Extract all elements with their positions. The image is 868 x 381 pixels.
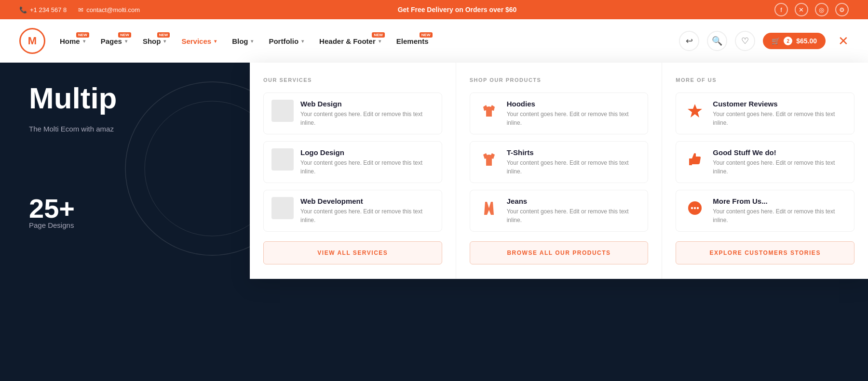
nav-elements[interactable]: NEW Elements (396, 37, 429, 45)
nav-portfolio[interactable]: Portfolio ▾ (269, 37, 304, 45)
nav-links: NEW Home ▾ NEW Pages ▾ NEW Shop ▾ Servic… (60, 37, 429, 45)
more-good-stuff[interactable]: Good Stuff We do! Your content goes here… (676, 141, 854, 183)
svg-point-6 (697, 207, 699, 209)
stat-number: 25+ (29, 193, 75, 224)
nav-home-label: Home ▾ (60, 37, 85, 45)
svg-marker-2 (688, 104, 702, 118)
logo-design-desc: Your content goes here. Edit or remove t… (300, 158, 434, 176)
nav-portfolio-label: Portfolio ▾ (269, 37, 304, 45)
settings-icon[interactable]: ⚙ (835, 3, 849, 16)
web-design-desc: Your content goes here. Edit or remove t… (300, 110, 434, 127)
nav-pages-label: Pages ▾ (101, 37, 127, 45)
col-services-heading: OUR SERVICES (263, 77, 442, 83)
web-design-icon (271, 100, 294, 122)
top-bar-left: 📞 +1 234 567 8 ✉ contact@molti.com (19, 6, 140, 13)
more-from-us-desc: Your content goes here. Edit or remove t… (713, 207, 846, 224)
hero-content: Multip The Molti Ecom with amaz 25+ Page… (29, 82, 117, 229)
hero-title: Multip (29, 82, 117, 115)
jeans-title: Jeans (507, 197, 640, 205)
web-dev-icon (271, 197, 294, 219)
facebook-icon[interactable]: f (774, 3, 788, 16)
more-customer-reviews[interactable]: Customer Reviews Your content goes here.… (676, 92, 854, 134)
product-tshirts[interactable]: T-Shirts Your content goes here. Edit or… (470, 141, 649, 183)
stat-label: Page Designs (29, 221, 75, 229)
nav-blog-label: Blog ▾ (232, 37, 253, 45)
mega-col-more: MORE OF US Customer Reviews Your content… (662, 63, 868, 279)
tshirt-icon (478, 148, 500, 171)
mega-col-services: OUR SERVICES Web Design Your content goe… (250, 63, 456, 279)
good-stuff-desc: Your content goes here. Edit or remove t… (713, 158, 846, 176)
search-button[interactable]: 🔍 (707, 31, 727, 51)
web-dev-desc: Your content goes here. Edit or remove t… (300, 207, 434, 224)
browse-all-products-button[interactable]: BROWSE ALL OUR PRODUCTS (470, 241, 649, 264)
navbar: M NEW Home ▾ NEW Pages ▾ NEW Shop ▾ Serv… (0, 19, 868, 63)
new-badge-header-footer: NEW (372, 32, 385, 38)
hoodies-desc: Your content goes here. Edit or remove t… (507, 110, 640, 127)
tshirts-desc: Your content goes here. Edit or remove t… (507, 158, 640, 176)
good-stuff-title: Good Stuff We do! (713, 148, 846, 157)
service-web-development[interactable]: Web Development Your content goes here. … (263, 190, 442, 232)
web-design-title: Web Design (300, 100, 434, 108)
product-jeans[interactable]: Jeans Your content goes here. Edit or re… (470, 190, 649, 232)
more-from-us[interactable]: More From Us... Your content goes here. … (676, 190, 854, 232)
nav-header-footer-label: Header & Footer ▾ (319, 37, 381, 45)
wishlist-button[interactable]: ♡ (735, 31, 755, 51)
jeans-icon (478, 197, 500, 219)
email-icon: ✉ (78, 6, 83, 13)
cart-icon: 🛒 (772, 37, 780, 45)
phone-contact[interactable]: 📞 +1 234 567 8 (19, 6, 67, 13)
nav-shop-label: Shop ▾ (143, 37, 166, 45)
close-button[interactable]: ✕ (838, 34, 849, 49)
hoodie-icon (478, 100, 500, 122)
new-badge-home: NEW (76, 32, 89, 38)
mega-col-products: SHOP OUR PRODUCTS Hoodies Your content g… (456, 63, 663, 279)
view-all-services-button[interactable]: VIEW ALL SERVICES (263, 241, 442, 264)
signin-button[interactable]: ↩ (679, 31, 699, 51)
col-products-heading: SHOP OUR PRODUCTS (470, 77, 649, 83)
new-badge-elements: NEW (420, 32, 433, 38)
promo-text: Get Free Delivery on Orders over $60 (398, 6, 517, 13)
nav-home[interactable]: NEW Home ▾ (60, 37, 85, 45)
cart-count: 2 (784, 37, 792, 45)
new-badge-pages: NEW (118, 32, 131, 38)
nav-blog[interactable]: Blog ▾ (232, 37, 253, 45)
hero-stats: 25+ Page Designs (29, 193, 117, 229)
hoodies-title: Hoodies (507, 100, 640, 108)
nav-shop[interactable]: NEW Shop ▾ (143, 37, 166, 45)
instagram-icon[interactable]: ◎ (815, 3, 828, 16)
nav-services[interactable]: Services ▾ (181, 37, 217, 45)
mega-menu-inner: OUR SERVICES Web Design Your content goe… (250, 63, 868, 279)
nav-actions: ↩ 🔍 ♡ 🛒 2 $65.00 ✕ (679, 31, 849, 51)
site-logo[interactable]: M (19, 28, 45, 54)
email-contact[interactable]: ✉ contact@molti.com (78, 6, 140, 13)
web-dev-title: Web Development (300, 197, 434, 205)
service-logo-design[interactable]: Logo Design Your content goes here. Edit… (263, 141, 442, 183)
customer-reviews-title: Customer Reviews (713, 100, 846, 108)
star-icon (684, 100, 706, 122)
logo-design-icon (271, 148, 294, 171)
col-more-heading: MORE OF US (676, 77, 854, 83)
customer-reviews-desc: Your content goes here. Edit or remove t… (713, 110, 846, 127)
nav-services-label: Services ▾ (181, 37, 217, 45)
nav-elements-label: Elements (396, 37, 429, 45)
product-hoodies[interactable]: Hoodies Your content goes here. Edit or … (470, 92, 649, 134)
tshirts-title: T-Shirts (507, 148, 640, 157)
svg-point-4 (691, 207, 693, 209)
explore-customer-stories-button[interactable]: EXPLORE CUSTOMERS STORIES (676, 241, 854, 264)
phone-icon: 📞 (19, 6, 27, 13)
hero-description: The Molti Ecom with amaz (29, 123, 117, 135)
service-web-design[interactable]: Web Design Your content goes here. Edit … (263, 92, 442, 134)
new-badge-shop: NEW (157, 32, 170, 38)
logo-design-title: Logo Design (300, 148, 434, 157)
top-bar: 📞 +1 234 567 8 ✉ contact@molti.com Get F… (0, 0, 868, 19)
svg-point-5 (694, 207, 696, 209)
top-bar-right: f ✕ ◎ ⚙ (774, 3, 849, 16)
chat-icon (684, 197, 706, 219)
mega-menu: OUR SERVICES Web Design Your content goe… (250, 63, 868, 279)
twitter-icon[interactable]: ✕ (795, 3, 808, 16)
more-from-us-title: More From Us... (713, 197, 846, 205)
nav-pages[interactable]: NEW Pages ▾ (101, 37, 127, 45)
nav-header-footer[interactable]: NEW Header & Footer ▾ (319, 37, 381, 45)
cart-total: $65.00 (796, 37, 817, 45)
cart-button[interactable]: 🛒 2 $65.00 (763, 33, 826, 49)
